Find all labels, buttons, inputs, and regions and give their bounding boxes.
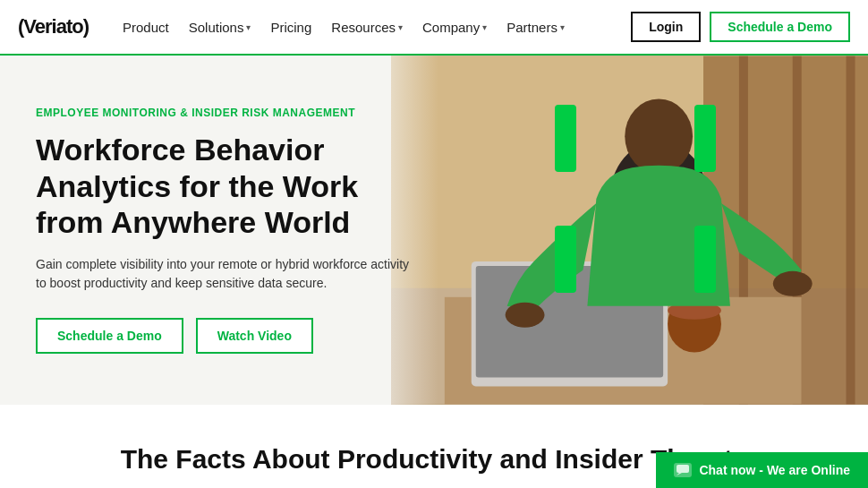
nav-item-solutions[interactable]: Solutions ▾ (182, 16, 259, 39)
nav-item-product[interactable]: Product (115, 16, 176, 39)
hero-buttons: Schedule a Demo Watch Video (36, 318, 421, 354)
svg-rect-17 (694, 105, 716, 172)
brand-logo[interactable]: (Veriato) (18, 15, 89, 39)
hero-section: EMPLOYEE MONITORING & INSIDER RISK MANAG… (0, 56, 868, 405)
chevron-down-icon: ▾ (560, 22, 565, 32)
nav-item-partners[interactable]: Partners ▾ (499, 16, 572, 39)
chat-bubble-icon (677, 465, 689, 475)
nav-actions: Login Schedule a Demo (631, 12, 850, 42)
svg-point-13 (505, 303, 544, 328)
svg-rect-5 (846, 56, 855, 405)
hero-title: Workforce Behavior Analytics for the Wor… (36, 132, 421, 241)
chat-label: Chat now - We are Online (699, 463, 850, 477)
chat-widget[interactable]: Chat now - We are Online (656, 452, 868, 488)
hero-video-button[interactable]: Watch Video (196, 318, 313, 354)
nav-item-company[interactable]: Company ▾ (415, 16, 494, 39)
svg-rect-15 (555, 105, 576, 172)
navbar: (Veriato) Product Solutions ▾ Pricing Re… (0, 0, 868, 56)
nav-item-pricing[interactable]: Pricing (263, 16, 319, 39)
svg-rect-19 (677, 465, 689, 473)
hero-subtitle: Gain complete visibility into your remot… (36, 255, 412, 293)
nav-item-resources[interactable]: Resources ▾ (324, 16, 410, 39)
nav-links: Product Solutions ▾ Pricing Resources ▾ … (115, 16, 631, 39)
chevron-down-icon: ▾ (246, 22, 251, 32)
svg-point-14 (772, 271, 812, 296)
nav-demo-button[interactable]: Schedule a Demo (710, 12, 850, 42)
chevron-down-icon: ▾ (398, 22, 403, 32)
hero-content: EMPLOYEE MONITORING & INSIDER RISK MANAG… (18, 56, 438, 405)
bracket-svg (546, 96, 725, 302)
hero-logo-bracket (546, 100, 725, 297)
login-button[interactable]: Login (631, 12, 701, 42)
svg-marker-20 (677, 473, 682, 475)
svg-rect-16 (555, 226, 576, 293)
hero-demo-button[interactable]: Schedule a Demo (36, 318, 183, 354)
chat-icon (674, 463, 692, 477)
hero-eyebrow: EMPLOYEE MONITORING & INSIDER RISK MANAG… (36, 107, 421, 119)
chevron-down-icon: ▾ (482, 22, 487, 32)
svg-rect-18 (694, 226, 716, 293)
